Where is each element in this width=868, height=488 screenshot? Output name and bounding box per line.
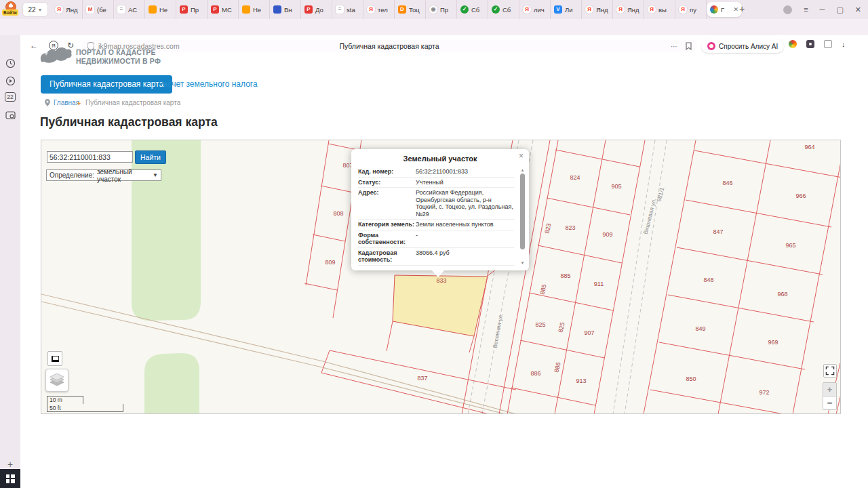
popup-row-label: Уточненная площадь: [358, 267, 416, 268]
object-type-select[interactable]: Определение: земельный участок ▼ [46, 169, 161, 181]
fullscreen-button[interactable] [823, 364, 837, 378]
parcel-label: 886 [530, 370, 540, 377]
browser-tab[interactable]: ≡АС [114, 0, 145, 19]
browser-tab[interactable]: PДо [301, 0, 332, 19]
market-favicon [242, 5, 250, 14]
windows-start-button[interactable] [0, 469, 20, 488]
parcel-label: 966 [795, 192, 806, 199]
tab-label: Янд [627, 6, 639, 14]
browser-tab-active[interactable]: Г✕ [707, 2, 742, 17]
browser-tab[interactable]: Япу [675, 0, 707, 19]
tab-counter-button[interactable]: 22 ▼ [23, 3, 47, 16]
parcel-label: 972 [759, 389, 769, 396]
measure-tool-button[interactable] [47, 351, 62, 366]
parcel-label: 849 [695, 325, 705, 332]
browser-tab[interactable]: Не [145, 0, 176, 19]
browser-user-icon[interactable] [783, 5, 792, 14]
tab-label: тел [378, 6, 388, 14]
layers-button[interactable] [45, 369, 68, 392]
browser-tab[interactable]: M(бе [83, 0, 114, 19]
tabs-count-icon[interactable]: 22 [0, 92, 20, 102]
parcel-label: 907 [584, 329, 594, 336]
vk-favicon: V [554, 5, 562, 14]
browser-tab[interactable]: Явы [644, 0, 675, 19]
bookmark-icon[interactable] [686, 42, 692, 50]
browser-tab[interactable]: Вн [270, 0, 301, 19]
cadastral-map[interactable]: 8078088098338378249058238239098858859118… [41, 140, 841, 414]
browser-tab[interactable]: ЯЯнд [613, 0, 644, 19]
browser-tab[interactable]: ≡sta [332, 0, 363, 19]
parcel-label: 964 [804, 144, 814, 150]
popup-title: Земельный участок [351, 149, 529, 163]
scroll-up-icon[interactable]: ▲ [519, 168, 526, 172]
history-icon[interactable] [0, 58, 20, 68]
url-bar[interactable]: ik9map.roscadastres.com Публичная кадаст… [81, 40, 697, 52]
browser-tab[interactable]: VЛи [551, 0, 582, 19]
zoom-in-button[interactable]: + [823, 382, 837, 396]
browser-profile-button[interactable]: Войти [1, 1, 20, 18]
measure-icon [52, 356, 59, 362]
layers-icon [50, 373, 64, 387]
browser-tab[interactable]: ЯЯнд [582, 0, 613, 19]
gmail-favicon: M [86, 5, 94, 14]
tab-label: Г [721, 6, 724, 14]
tab-label: sta [347, 6, 355, 14]
search-button[interactable]: Найти [135, 150, 166, 164]
parcel-label: 905 [611, 183, 621, 190]
play-icon[interactable] [0, 76, 20, 86]
parcel-label: 848 [703, 277, 713, 283]
dns-favicon: D [398, 5, 406, 14]
tab-land-tax-calc[interactable]: Расчет земельного налога [158, 79, 258, 89]
tab-close-icon[interactable]: ✕ [733, 6, 738, 13]
pdf-favicon: P [304, 5, 313, 14]
popup-row-value: 56:32:2110001:833 [416, 168, 514, 176]
scroll-down-icon[interactable]: ▼ [519, 261, 526, 265]
browser-tab[interactable]: ✓Сб [488, 0, 519, 19]
back-icon[interactable]: ← [30, 41, 38, 50]
screenshot-icon[interactable] [0, 110, 20, 120]
browser-tab[interactable]: Не [239, 0, 270, 19]
browser-tab[interactable]: PПр [176, 0, 208, 19]
cadastral-search-input[interactable] [47, 151, 133, 163]
browser-tab[interactable]: Ятел [363, 0, 395, 19]
popup-close-icon[interactable]: × [519, 151, 524, 161]
extension-dark-icon[interactable] [806, 40, 814, 48]
browser-tab[interactable]: DТоц [395, 0, 426, 19]
popup-scrollbar[interactable]: ▲ ▼ [519, 168, 526, 265]
alice-ai-button[interactable]: Спросить Алису AI [701, 39, 784, 53]
extension-flower-icon[interactable] [789, 40, 797, 48]
rail-add-icon[interactable]: + [0, 459, 20, 470]
menu-icon[interactable]: ≡ [804, 5, 808, 14]
extensions-row: ↓ [789, 40, 846, 48]
browser-tab[interactable]: ✓Сб [457, 0, 488, 19]
tab-strip: ЯЯндM(бе≡АСНеPПрPМСНеВнPДо≡staЯтелDТоц◉П… [52, 0, 742, 19]
collections-icon[interactable] [824, 40, 832, 48]
tab-label: Пр [440, 6, 448, 14]
restore-icon[interactable]: ▢ [836, 5, 843, 14]
new-tab-button[interactable]: + [739, 3, 745, 14]
popup-row: Статус:Учтенный [358, 177, 514, 188]
tab-label: Янд [596, 6, 608, 14]
browser-tab[interactable]: PМС [208, 0, 239, 19]
tab-label: Сб [471, 6, 479, 14]
popup-row-label: Кадастровая стоимость: [358, 249, 416, 264]
close-icon[interactable]: ✕ [855, 5, 861, 14]
ya-favicon: Я [616, 5, 625, 14]
popup-row: Форма собственности:- [358, 230, 514, 247]
breadcrumb-home[interactable]: Главная [54, 99, 79, 106]
more-icon[interactable]: ⋯ [671, 43, 677, 50]
scroll-thumb[interactable] [520, 174, 525, 249]
scale-imperial: 50 ft [47, 404, 123, 412]
zoom-out-button[interactable]: − [823, 396, 837, 410]
scale-metric: 10 m [47, 396, 83, 404]
downloads-icon[interactable]: ↓ [842, 40, 846, 48]
browser-tab[interactable]: ЯЯнд [52, 0, 83, 19]
tab-public-cadastral-map[interactable]: Публичная кадастровая карта [41, 75, 172, 94]
popup-row-value: Российская Федерация, Оренбургская облас… [416, 189, 514, 218]
browser-tab[interactable]: ◉Пр [426, 0, 457, 19]
browser-tab[interactable]: Ялич [519, 0, 551, 19]
popup-row-label: Форма собственности: [358, 232, 416, 246]
minimize-icon[interactable]: ─ [820, 5, 825, 14]
ya-favicon: Я [679, 5, 687, 14]
tab-label: вы [658, 6, 667, 14]
